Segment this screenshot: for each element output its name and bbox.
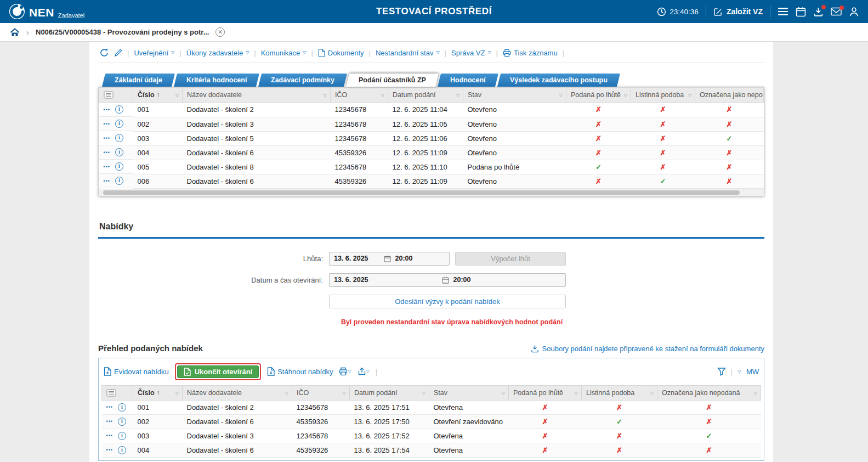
- table-row[interactable]: •••i003Dodavatel - školení 31234567813. …: [102, 429, 761, 443]
- row-info-button[interactable]: i: [115, 162, 123, 171]
- action-tisk-zaznamu[interactable]: Tisk záznamu: [503, 49, 558, 57]
- row-actions-button[interactable]: •••: [106, 433, 113, 438]
- column-header-podana-po-lhute[interactable]: Podaná po lhůtě▽: [509, 385, 582, 400]
- horizontal-scrollbar-track[interactable]: [99, 189, 764, 196]
- column-header-oznacena-jako-nepodana[interactable]: Označena jako nepodaná▽: [657, 385, 761, 400]
- home-icon[interactable]: [10, 28, 20, 37]
- tab-podani-ucastniku-zp[interactable]: Podání účastníků ZP: [346, 74, 439, 87]
- action-komunikace[interactable]: Komunikace▽: [261, 49, 307, 57]
- row-actions-button[interactable]: •••: [104, 121, 110, 127]
- calendar-icon[interactable]: [442, 277, 449, 284]
- row-info-button[interactable]: i: [115, 148, 123, 156]
- filter-caret-icon[interactable]: ▽: [688, 93, 691, 98]
- opening-datetime-field[interactable]: 13. 6. 2025 20:00: [329, 273, 566, 287]
- row-info-button[interactable]: i: [115, 105, 123, 114]
- column-header-cislo[interactable]: Číslo↑▽: [133, 385, 183, 400]
- action-ukony-zadavatele[interactable]: Úkony zadavatele▽: [186, 49, 249, 57]
- tab-zakladni-udaje[interactable]: Základní údaje: [102, 74, 175, 87]
- create-vz-button[interactable]: Založit VZ: [713, 7, 763, 16]
- column-header-datum-podani[interactable]: Datum podání▽: [350, 385, 429, 400]
- row-actions-button[interactable]: •••: [104, 136, 110, 141]
- menu-icon[interactable]: [778, 7, 788, 16]
- home-logo-link[interactable]: NEN Zadavatel: [9, 3, 84, 20]
- filter-caret-icon[interactable]: ▽: [502, 390, 505, 395]
- action-uverejneni[interactable]: Uveřejnění▽: [134, 49, 174, 57]
- column-header-listinna-podoba[interactable]: Listinná podoba▽: [631, 88, 695, 103]
- finish-opening-button[interactable]: Ukončit otevírání: [177, 365, 259, 378]
- column-header-stav[interactable]: Stav▽: [429, 385, 509, 400]
- row-info-button[interactable]: i: [118, 446, 126, 454]
- table-row[interactable]: •••i001Dodavatel - školení 21234567813. …: [102, 400, 761, 415]
- send-invitation-button[interactable]: Odeslání výzvy k podání nabídek: [329, 295, 566, 308]
- table-row[interactable]: •••i002Dodavatel - školení 31234567812. …: [99, 117, 764, 131]
- column-header-ico[interactable]: IČO▽: [331, 88, 388, 103]
- breadcrumb-record[interactable]: N006/25/V00005438 - Provozování prodejny…: [36, 28, 209, 36]
- grid-columns-icon[interactable]: [106, 389, 128, 397]
- column-header-podana-po-lhute[interactable]: Podaná po lhůtě▽: [566, 88, 631, 103]
- row-actions-button[interactable]: •••: [104, 164, 110, 170]
- calendar-icon[interactable]: [796, 7, 806, 17]
- column-header-datum-podani[interactable]: Datum podání▽: [388, 88, 463, 103]
- view-selector-mw[interactable]: MW: [746, 368, 759, 376]
- column-header-nazev-dodavatele[interactable]: Název dodavatele▽: [183, 385, 292, 400]
- calc-deadlines-button[interactable]: Výpočet lhůt: [455, 252, 566, 266]
- table-row[interactable]: •••i002Dodavatel - školení 64535932613. …: [102, 415, 761, 429]
- filter-caret-icon[interactable]: ▽: [324, 93, 327, 98]
- filter-caret-icon[interactable]: ▽: [285, 390, 288, 395]
- deadline-datetime-field[interactable]: 13. 6. 2025 20:00: [329, 252, 450, 266]
- action-dokumenty[interactable]: Dokumenty: [318, 49, 364, 57]
- submission-files-link[interactable]: Soubory podání najdete připravené ke sta…: [531, 345, 764, 353]
- tab-zadavaci-podminky[interactable]: Zadávací podmínky: [258, 74, 347, 87]
- filter-caret-icon[interactable]: ▽: [422, 390, 426, 395]
- filter-caret-icon[interactable]: ▽: [624, 93, 627, 98]
- download-offers-button[interactable]: Stáhnout nabídky: [267, 367, 333, 376]
- action-nestandardni-stav[interactable]: Nestandardní stav▽: [376, 49, 440, 57]
- tab-vysledek-zadavaciho-postupu[interactable]: Výsledek zadávacího postupu: [497, 74, 620, 87]
- table-row[interactable]: •••i001Dodavatel - školení 21234567812. …: [99, 103, 764, 117]
- filter-caret-icon[interactable]: ▽: [175, 93, 179, 98]
- column-header-ico[interactable]: IČO▽: [292, 385, 350, 400]
- filter-caret-icon[interactable]: ▽: [456, 93, 459, 98]
- row-actions-button[interactable]: •••: [106, 404, 113, 410]
- action-sprava-vz[interactable]: Správa VZ▽: [451, 49, 491, 57]
- tab-hodnoceni[interactable]: Hodnocení: [438, 74, 498, 87]
- view-caret-icon[interactable]: ▽: [737, 369, 741, 374]
- row-actions-button[interactable]: •••: [104, 150, 110, 155]
- column-header-cislo[interactable]: Číslo↑▽: [133, 88, 183, 103]
- filter-caret-icon[interactable]: ▽: [754, 390, 757, 395]
- row-info-button[interactable]: i: [118, 418, 126, 426]
- calendar-icon[interactable]: [384, 255, 391, 262]
- print-table-button[interactable]: ▽: [339, 367, 351, 376]
- filter-caret-icon[interactable]: ▽: [381, 93, 384, 98]
- tab-kriteria-hodnoceni[interactable]: Kritéria hodnocení: [174, 74, 259, 87]
- row-actions-button[interactable]: •••: [106, 447, 113, 453]
- column-header-stav[interactable]: Stav▽: [463, 88, 566, 103]
- refresh-icon[interactable]: [99, 48, 109, 58]
- table-row[interactable]: •••i004Dodavatel - školení 64535932612. …: [99, 145, 764, 160]
- table-row[interactable]: •••i006Dodavatel - školení 64535932612. …: [99, 174, 764, 188]
- table-row[interactable]: •••i005Dodavatel - školení 81234567812. …: [99, 160, 764, 174]
- grid-columns-icon[interactable]: [104, 91, 128, 99]
- filter-caret-icon[interactable]: ▽: [559, 93, 563, 98]
- table-row[interactable]: •••i004Dodavatel - školení 64535932613. …: [102, 443, 761, 458]
- row-info-button[interactable]: i: [115, 120, 123, 128]
- row-actions-button[interactable]: •••: [104, 107, 110, 112]
- edit-pencil-icon[interactable]: [114, 49, 122, 57]
- user-icon[interactable]: [849, 7, 859, 17]
- row-info-button[interactable]: i: [115, 134, 123, 142]
- filter-caret-icon[interactable]: ▽: [175, 390, 179, 395]
- close-record-icon[interactable]: ✕: [215, 27, 225, 37]
- column-header-oznacena-jako-nepodana[interactable]: Označena jako nepodaná: [695, 88, 764, 103]
- row-info-button[interactable]: i: [118, 403, 126, 412]
- row-actions-button[interactable]: •••: [104, 178, 110, 184]
- downloads-icon[interactable]: [813, 7, 824, 17]
- filter-icon[interactable]: [717, 367, 726, 376]
- row-info-button[interactable]: i: [118, 432, 126, 440]
- horizontal-scrollbar-thumb[interactable]: [103, 190, 740, 195]
- column-header-nazev-dodavatele[interactable]: Název dodavatele▽: [183, 88, 331, 103]
- filter-caret-icon[interactable]: ▽: [343, 390, 346, 395]
- messages-icon[interactable]: [831, 7, 842, 16]
- column-header-listinna-podoba[interactable]: Listinná podoba▽: [582, 385, 657, 400]
- table-row[interactable]: •••i003Dodavatel - školení 51234567812. …: [99, 131, 764, 145]
- register-offer-button[interactable]: Evidovat nabídku: [104, 367, 169, 376]
